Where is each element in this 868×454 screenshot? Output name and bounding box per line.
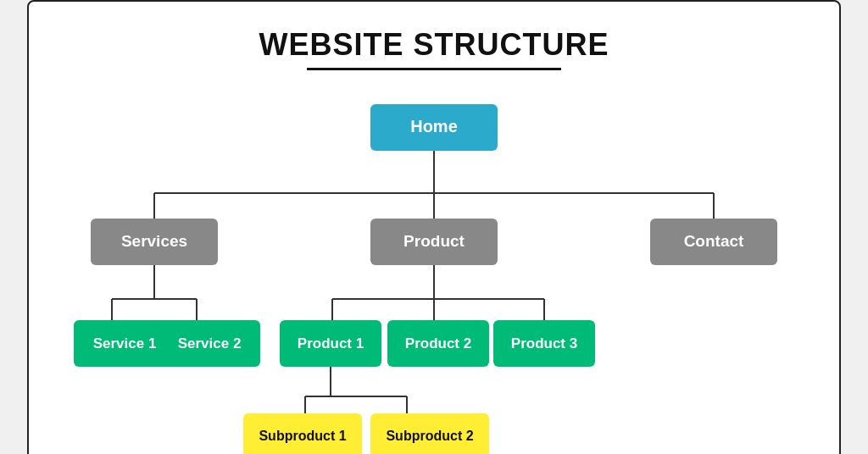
- svg-text:Product 3: Product 3: [511, 335, 577, 352]
- svg-text:Home: Home: [410, 117, 458, 136]
- svg-text:Subproduct 2: Subproduct 2: [386, 429, 473, 443]
- card: WEBSITE STRUCTURE Home Services: [27, 0, 841, 454]
- tree-diagram: Home Services Product: [70, 96, 798, 451]
- svg-text:Service 2: Service 2: [178, 335, 242, 352]
- svg-text:Contact: Contact: [684, 232, 744, 250]
- node-product1: Product 1: [280, 320, 381, 367]
- node-home: Home: [370, 104, 498, 151]
- svg-text:Product: Product: [403, 232, 465, 250]
- node-product2: Product 2: [387, 320, 489, 367]
- node-subproduct1: Subproduct 1: [243, 413, 362, 454]
- node-product: Product: [370, 219, 498, 265]
- node-product3: Product 3: [493, 320, 595, 367]
- node-services: Services: [91, 219, 218, 265]
- node-contact: Contact: [650, 219, 777, 265]
- node-service2: Service 2: [159, 320, 260, 367]
- page-title: WEBSITE STRUCTURE: [259, 27, 609, 63]
- svg-text:Services: Services: [121, 232, 187, 250]
- svg-text:Product 2: Product 2: [405, 335, 471, 352]
- svg-text:Service 1: Service 1: [93, 335, 157, 352]
- node-subproduct2: Subproduct 2: [370, 413, 489, 454]
- title-underline: [307, 68, 561, 70]
- svg-text:Product 1: Product 1: [298, 335, 364, 352]
- svg-text:Subproduct 1: Subproduct 1: [259, 429, 346, 443]
